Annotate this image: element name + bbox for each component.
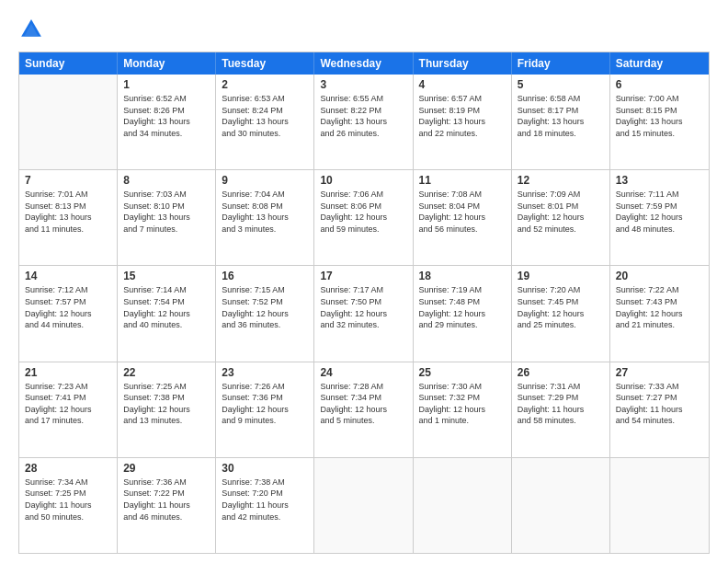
day-number: 2 bbox=[222, 78, 308, 91]
cell-info: Sunrise: 7:25 AM Sunset: 7:38 PM Dayligh… bbox=[123, 381, 210, 427]
cell-info: Sunrise: 6:55 AM Sunset: 8:22 PM Dayligh… bbox=[320, 93, 406, 139]
calendar-cell: 17Sunrise: 7:17 AM Sunset: 7:50 PM Dayli… bbox=[314, 266, 413, 361]
cell-info: Sunrise: 7:33 AM Sunset: 7:27 PM Dayligh… bbox=[616, 381, 703, 427]
cell-info: Sunrise: 7:31 AM Sunset: 7:29 PM Dayligh… bbox=[518, 381, 604, 427]
cell-info: Sunrise: 6:58 AM Sunset: 8:17 PM Dayligh… bbox=[518, 93, 604, 139]
header-day-saturday: Saturday bbox=[610, 52, 709, 75]
day-number: 19 bbox=[518, 270, 604, 282]
day-number: 12 bbox=[518, 174, 604, 187]
page: SundayMondayTuesdayWednesdayThursdayFrid… bbox=[0, 0, 728, 563]
calendar-cell: 13Sunrise: 7:11 AM Sunset: 7:59 PM Dayli… bbox=[610, 170, 709, 265]
cell-info: Sunrise: 7:15 AM Sunset: 7:52 PM Dayligh… bbox=[222, 284, 308, 330]
cell-info: Sunrise: 7:09 AM Sunset: 8:01 PM Dayligh… bbox=[518, 189, 604, 235]
cell-info: Sunrise: 7:14 AM Sunset: 7:54 PM Dayligh… bbox=[123, 284, 210, 330]
cell-info: Sunrise: 7:26 AM Sunset: 7:36 PM Dayligh… bbox=[222, 381, 308, 427]
day-number: 26 bbox=[518, 366, 604, 379]
calendar-row: 14Sunrise: 7:12 AM Sunset: 7:57 PM Dayli… bbox=[19, 265, 709, 361]
day-number: 7 bbox=[25, 174, 111, 187]
day-number: 3 bbox=[320, 78, 406, 91]
calendar-cell: 16Sunrise: 7:15 AM Sunset: 7:52 PM Dayli… bbox=[216, 266, 314, 361]
calendar-cell: 29Sunrise: 7:36 AM Sunset: 7:22 PM Dayli… bbox=[118, 458, 216, 553]
day-number: 25 bbox=[419, 366, 506, 379]
calendar: SundayMondayTuesdayWednesdayThursdayFrid… bbox=[18, 52, 710, 554]
calendar-cell bbox=[610, 458, 709, 553]
day-number: 20 bbox=[616, 270, 703, 282]
header-day-thursday: Thursday bbox=[414, 52, 512, 75]
cell-info: Sunrise: 7:22 AM Sunset: 7:43 PM Dayligh… bbox=[616, 284, 703, 330]
cell-info: Sunrise: 7:04 AM Sunset: 8:08 PM Dayligh… bbox=[222, 189, 308, 235]
calendar-cell: 25Sunrise: 7:30 AM Sunset: 7:32 PM Dayli… bbox=[414, 362, 512, 457]
calendar-cell: 9Sunrise: 7:04 AM Sunset: 8:08 PM Daylig… bbox=[216, 170, 314, 265]
calendar-cell: 27Sunrise: 7:33 AM Sunset: 7:27 PM Dayli… bbox=[610, 362, 709, 457]
calendar-cell: 2Sunrise: 6:53 AM Sunset: 8:24 PM Daylig… bbox=[216, 75, 314, 169]
calendar-row: 21Sunrise: 7:23 AM Sunset: 7:41 PM Dayli… bbox=[19, 362, 709, 457]
calendar-cell: 10Sunrise: 7:06 AM Sunset: 8:06 PM Dayli… bbox=[314, 170, 413, 265]
calendar-row: 7Sunrise: 7:01 AM Sunset: 8:13 PM Daylig… bbox=[19, 169, 709, 265]
day-number: 29 bbox=[123, 462, 210, 475]
cell-info: Sunrise: 7:34 AM Sunset: 7:25 PM Dayligh… bbox=[25, 477, 111, 523]
calendar-cell: 15Sunrise: 7:14 AM Sunset: 7:54 PM Dayli… bbox=[118, 266, 216, 361]
day-number: 21 bbox=[25, 366, 111, 379]
cell-info: Sunrise: 6:57 AM Sunset: 8:19 PM Dayligh… bbox=[419, 93, 506, 139]
day-number: 17 bbox=[320, 270, 406, 282]
calendar-cell bbox=[19, 75, 118, 169]
day-number: 1 bbox=[123, 78, 210, 91]
cell-info: Sunrise: 7:38 AM Sunset: 7:20 PM Dayligh… bbox=[222, 477, 308, 523]
cell-info: Sunrise: 6:52 AM Sunset: 8:26 PM Dayligh… bbox=[123, 93, 210, 139]
header-day-wednesday: Wednesday bbox=[314, 52, 413, 75]
calendar-cell: 7Sunrise: 7:01 AM Sunset: 8:13 PM Daylig… bbox=[19, 170, 118, 265]
calendar-row: 1Sunrise: 6:52 AM Sunset: 8:26 PM Daylig… bbox=[19, 75, 709, 169]
cell-info: Sunrise: 7:11 AM Sunset: 7:59 PM Dayligh… bbox=[616, 189, 703, 235]
calendar-cell: 18Sunrise: 7:19 AM Sunset: 7:48 PM Dayli… bbox=[414, 266, 512, 361]
cell-info: Sunrise: 7:23 AM Sunset: 7:41 PM Dayligh… bbox=[25, 381, 111, 427]
calendar-cell: 3Sunrise: 6:55 AM Sunset: 8:22 PM Daylig… bbox=[314, 75, 413, 169]
calendar-cell: 23Sunrise: 7:26 AM Sunset: 7:36 PM Dayli… bbox=[216, 362, 314, 457]
day-number: 15 bbox=[123, 270, 210, 282]
cell-info: Sunrise: 7:06 AM Sunset: 8:06 PM Dayligh… bbox=[320, 189, 406, 235]
header-day-friday: Friday bbox=[512, 52, 610, 75]
calendar-header: SundayMondayTuesdayWednesdayThursdayFrid… bbox=[19, 52, 709, 75]
day-number: 4 bbox=[419, 78, 506, 91]
header-day-tuesday: Tuesday bbox=[216, 52, 314, 75]
cell-info: Sunrise: 7:36 AM Sunset: 7:22 PM Dayligh… bbox=[123, 477, 210, 523]
day-number: 14 bbox=[25, 270, 111, 282]
cell-info: Sunrise: 7:17 AM Sunset: 7:50 PM Dayligh… bbox=[320, 284, 406, 330]
calendar-cell: 30Sunrise: 7:38 AM Sunset: 7:20 PM Dayli… bbox=[216, 458, 314, 553]
cell-info: Sunrise: 7:03 AM Sunset: 8:10 PM Dayligh… bbox=[123, 189, 210, 235]
day-number: 5 bbox=[518, 78, 604, 91]
calendar-row: 28Sunrise: 7:34 AM Sunset: 7:25 PM Dayli… bbox=[19, 457, 709, 553]
cell-info: Sunrise: 7:30 AM Sunset: 7:32 PM Dayligh… bbox=[419, 381, 506, 427]
logo bbox=[18, 17, 48, 42]
calendar-cell: 28Sunrise: 7:34 AM Sunset: 7:25 PM Dayli… bbox=[19, 458, 118, 553]
calendar-cell bbox=[314, 458, 413, 553]
day-number: 16 bbox=[222, 270, 308, 282]
day-number: 27 bbox=[616, 366, 703, 379]
day-number: 13 bbox=[616, 174, 703, 187]
cell-info: Sunrise: 7:28 AM Sunset: 7:34 PM Dayligh… bbox=[320, 381, 406, 427]
day-number: 6 bbox=[616, 78, 703, 91]
calendar-cell: 20Sunrise: 7:22 AM Sunset: 7:43 PM Dayli… bbox=[610, 266, 709, 361]
cell-info: Sunrise: 7:01 AM Sunset: 8:13 PM Dayligh… bbox=[25, 189, 111, 235]
calendar-cell: 11Sunrise: 7:08 AM Sunset: 8:04 PM Dayli… bbox=[414, 170, 512, 265]
calendar-cell: 26Sunrise: 7:31 AM Sunset: 7:29 PM Dayli… bbox=[512, 362, 610, 457]
day-number: 8 bbox=[123, 174, 210, 187]
calendar-cell bbox=[512, 458, 610, 553]
calendar-cell bbox=[414, 458, 512, 553]
calendar-cell: 12Sunrise: 7:09 AM Sunset: 8:01 PM Dayli… bbox=[512, 170, 610, 265]
day-number: 28 bbox=[25, 462, 111, 475]
day-number: 10 bbox=[320, 174, 406, 187]
day-number: 9 bbox=[222, 174, 308, 187]
header-day-sunday: Sunday bbox=[19, 52, 118, 75]
calendar-cell: 1Sunrise: 6:52 AM Sunset: 8:26 PM Daylig… bbox=[118, 75, 216, 169]
logo-icon bbox=[18, 17, 44, 42]
cell-info: Sunrise: 7:08 AM Sunset: 8:04 PM Dayligh… bbox=[419, 189, 506, 235]
header bbox=[18, 17, 710, 42]
cell-info: Sunrise: 7:19 AM Sunset: 7:48 PM Dayligh… bbox=[419, 284, 506, 330]
calendar-cell: 21Sunrise: 7:23 AM Sunset: 7:41 PM Dayli… bbox=[19, 362, 118, 457]
calendar-cell: 24Sunrise: 7:28 AM Sunset: 7:34 PM Dayli… bbox=[314, 362, 413, 457]
day-number: 11 bbox=[419, 174, 506, 187]
calendar-cell: 22Sunrise: 7:25 AM Sunset: 7:38 PM Dayli… bbox=[118, 362, 216, 457]
header-day-monday: Monday bbox=[118, 52, 216, 75]
calendar-cell: 5Sunrise: 6:58 AM Sunset: 8:17 PM Daylig… bbox=[512, 75, 610, 169]
calendar-cell: 4Sunrise: 6:57 AM Sunset: 8:19 PM Daylig… bbox=[414, 75, 512, 169]
